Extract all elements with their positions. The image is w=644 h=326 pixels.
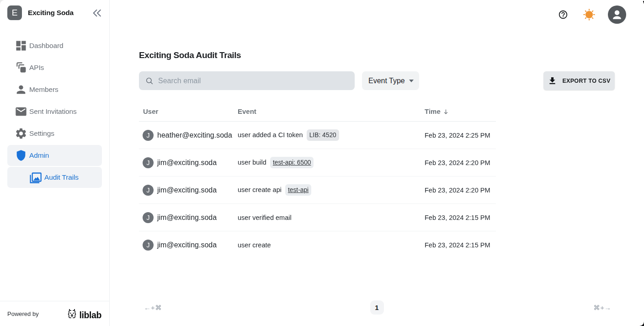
svg-text:liblab: liblab [80, 310, 102, 320]
